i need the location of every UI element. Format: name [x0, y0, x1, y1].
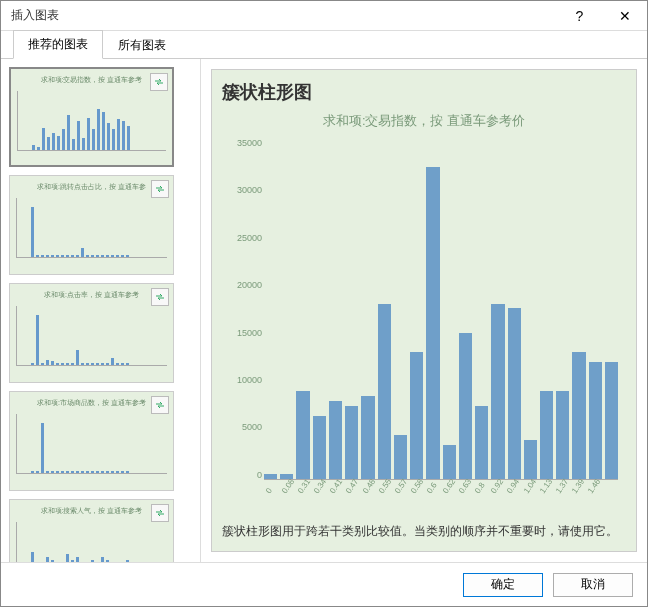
content-area: 求和项:交易指数，按 直通车参考 求和项:跳转点击占比，按 直通车参 求和项:点…: [1, 59, 647, 562]
insert-chart-dialog: 插入图表 ? ✕ 推荐的图表 所有图表 求和项:交易指数，按 直通车参考 求和项…: [0, 0, 648, 607]
chart-preview: 簇状柱形图 求和项:交易指数，按 直通车参考价 0500010000150002…: [211, 69, 637, 552]
data-bar: [524, 440, 537, 479]
chart-thumbnail[interactable]: 求和项:点击率，按 直通车参考: [9, 283, 174, 383]
data-bar: [508, 308, 521, 478]
data-bar: [313, 416, 326, 479]
help-button[interactable]: ?: [557, 1, 602, 31]
chart-thumbnail[interactable]: 求和项:搜索人气，按 直通车参考: [9, 499, 174, 562]
thumbnail-title: 求和项:跳转点击占比，按 直通车参: [16, 182, 167, 192]
tab-all[interactable]: 所有图表: [103, 31, 181, 59]
thumbnail-title: 求和项:搜索人气，按 直通车参考: [16, 506, 167, 516]
window-title: 插入图表: [11, 7, 557, 24]
data-bar: [605, 362, 618, 479]
tab-bar: 推荐的图表 所有图表: [1, 31, 647, 59]
swap-icon[interactable]: [151, 288, 169, 306]
y-tick: 10000: [222, 375, 262, 385]
thumbnail-chart: [16, 522, 167, 562]
y-tick: 25000: [222, 233, 262, 243]
x-axis: 00.080.310.340.410.470.480.550.570.580.6…: [264, 482, 618, 512]
data-bar: [426, 167, 439, 479]
y-tick: 35000: [222, 138, 262, 148]
thumbnail-chart: [16, 198, 167, 258]
swap-icon[interactable]: [151, 180, 169, 198]
data-bar: [329, 401, 342, 479]
data-bar: [443, 445, 456, 479]
data-bar: [361, 396, 374, 479]
preview-chart: 05000100001500020000250003000035000 00.0…: [222, 138, 626, 512]
data-bar: [589, 362, 602, 479]
y-tick: 5000: [222, 422, 262, 432]
chart-thumbnail[interactable]: 求和项:交易指数，按 直通车参考: [9, 67, 174, 167]
data-bar: [556, 391, 569, 479]
tab-recommended[interactable]: 推荐的图表: [13, 30, 103, 59]
y-axis: 05000100001500020000250003000035000: [222, 138, 262, 480]
ok-button[interactable]: 确定: [463, 573, 543, 597]
swap-icon[interactable]: [151, 396, 169, 414]
y-tick: 20000: [222, 280, 262, 290]
dialog-footer: 确定 取消: [1, 562, 647, 606]
data-bar: [475, 406, 488, 479]
close-button[interactable]: ✕: [602, 1, 647, 31]
chart-thumbnail[interactable]: 求和项:跳转点击占比，按 直通车参: [9, 175, 174, 275]
data-bar: [296, 391, 309, 479]
data-bar: [459, 333, 472, 479]
y-tick: 30000: [222, 185, 262, 195]
swap-icon[interactable]: [151, 504, 169, 522]
titlebar: 插入图表 ? ✕: [1, 1, 647, 31]
thumbnail-title: 求和项:点击率，按 直通车参考: [16, 290, 167, 300]
preview-pane: 簇状柱形图 求和项:交易指数，按 直通车参考价 0500010000150002…: [201, 59, 647, 562]
thumbnail-title: 求和项:交易指数，按 直通车参考: [17, 75, 166, 85]
thumbnail-chart: [16, 414, 167, 474]
data-bar: [410, 352, 423, 479]
thumbnail-chart: [16, 306, 167, 366]
y-tick: 0: [222, 470, 262, 480]
data-bar: [572, 352, 585, 479]
chart-description: 簇状柱形图用于跨若干类别比较值。当类别的顺序并不重要时，请使用它。: [222, 522, 626, 541]
data-bar: [345, 406, 358, 479]
thumbnail-title: 求和项:市场商品数，按 直通车参考: [16, 398, 167, 408]
thumbnail-chart: [17, 91, 166, 151]
data-bar: [394, 435, 407, 479]
data-bar: [491, 304, 504, 479]
cancel-button[interactable]: 取消: [553, 573, 633, 597]
chart-type-heading: 簇状柱形图: [222, 80, 626, 104]
data-bar: [540, 391, 553, 479]
swap-icon[interactable]: [150, 73, 168, 91]
y-tick: 15000: [222, 328, 262, 338]
thumbnail-list[interactable]: 求和项:交易指数，按 直通车参考 求和项:跳转点击占比，按 直通车参 求和项:点…: [1, 59, 201, 562]
chart-thumbnail[interactable]: 求和项:市场商品数，按 直通车参考: [9, 391, 174, 491]
chart-bars: [264, 138, 618, 480]
data-bar: [378, 304, 391, 479]
chart-title: 求和项:交易指数，按 直通车参考价: [222, 112, 626, 130]
